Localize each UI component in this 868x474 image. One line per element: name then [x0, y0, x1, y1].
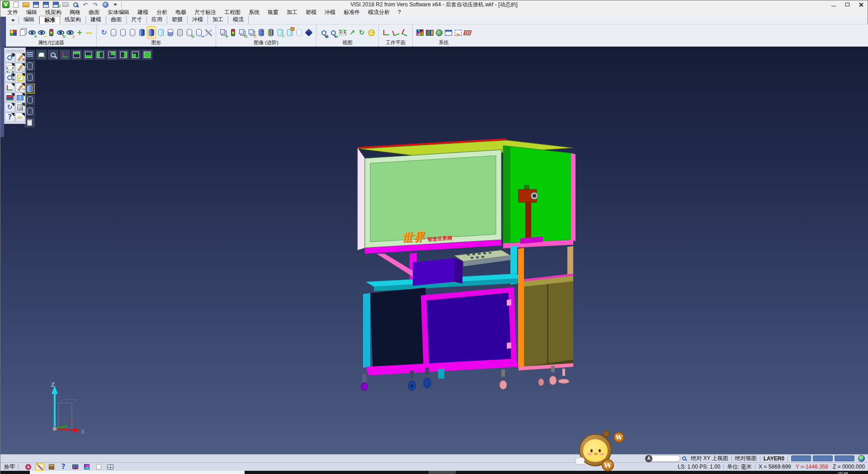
minimize-button[interactable] [827, 0, 840, 9]
system-settings-icon[interactable] [434, 26, 443, 39]
swap-visibility-icon[interactable]: ± [66, 26, 75, 39]
workplane-origin-icon[interactable] [382, 26, 391, 39]
origin-axis-icon[interactable] [59, 49, 71, 60]
workplane-icon[interactable] [5, 83, 15, 92]
menu-item[interactable]: 分析 [152, 9, 171, 16]
preview-icon[interactable] [71, 0, 80, 9]
fit-view-icon[interactable] [36, 49, 47, 60]
solid-preview-icon[interactable] [15, 103, 25, 112]
menu-item[interactable]: ? [394, 9, 405, 16]
redo-icon[interactable]: ↷ [91, 0, 100, 9]
menu-item[interactable]: 加工 [283, 9, 302, 16]
zoom-actual-icon[interactable]: 1:1 [338, 26, 347, 39]
taskbar-button[interactable] [429, 471, 456, 474]
menu-item[interactable]: 标准件 [340, 9, 364, 16]
zoom-extents-icon[interactable]: ↘ [329, 26, 338, 39]
dock-strip[interactable] [0, 47, 4, 137]
recent-icon[interactable] [101, 0, 110, 9]
zoom-window-icon[interactable]: ± [319, 26, 328, 39]
workplane-rotate-icon[interactable] [401, 26, 410, 39]
tab[interactable]: 冲模 [188, 16, 208, 24]
advanced-swap-icon[interactable]: ± [247, 26, 256, 39]
edit-entity-icon[interactable]: ○ [15, 63, 25, 72]
show-all-icon[interactable]: + [75, 26, 84, 39]
shaded-view-icon[interactable] [137, 26, 146, 39]
save-as-icon[interactable] [41, 0, 50, 9]
view-top-icon[interactable] [71, 49, 82, 60]
open-file-icon[interactable] [21, 0, 30, 9]
menu-item[interactable]: 模流分析 [364, 9, 394, 16]
workplane-entity-icon[interactable] [391, 26, 400, 39]
import-box-icon[interactable] [71, 463, 80, 471]
visi-logo-icon[interactable]: V [1, 0, 10, 9]
rotate-view-icon[interactable]: ↻ [357, 26, 366, 39]
menu-item[interactable]: 网格 [66, 9, 85, 16]
menu-item[interactable]: 工程图 [220, 9, 245, 16]
view-bottom-icon[interactable] [83, 49, 94, 60]
grid-toggle-icon[interactable] [106, 463, 115, 471]
selection-filter-icon[interactable] [47, 26, 56, 39]
zoom-dynamic-icon[interactable] [47, 49, 59, 60]
wireframe-view-icon[interactable] [109, 26, 118, 39]
dotted-solid-icon[interactable] [257, 26, 266, 39]
tab[interactable]: 模流 [228, 16, 249, 24]
attributes-icon[interactable] [5, 93, 15, 102]
hide-all-icon[interactable]: — [85, 26, 94, 39]
solid-cube-icon[interactable] [304, 26, 313, 39]
zoom-dynamic-icon[interactable] [5, 53, 15, 62]
menu-item[interactable]: 系统 [245, 9, 264, 16]
menu-item[interactable]: 电极 [171, 9, 190, 16]
new-file-icon[interactable] [11, 0, 20, 9]
profile-icon[interactable] [94, 463, 103, 471]
ucs-cube-icon[interactable] [82, 463, 91, 471]
close-button[interactable] [854, 0, 868, 9]
help-icon[interactable]: ? [5, 113, 15, 122]
hatched-view-icon[interactable] [175, 26, 184, 39]
advanced-add-icon[interactable]: + [219, 26, 228, 39]
hide-entity-icon[interactable]: − [37, 26, 46, 39]
keyboard-grid-icon[interactable] [463, 26, 472, 39]
menu-item[interactable]: 视窗 [264, 9, 283, 16]
undo-icon[interactable]: ↶ [81, 0, 90, 9]
refresh-visibility-icon[interactable]: ↻ [56, 26, 65, 39]
layer-indicator[interactable]: LAYER0 [764, 455, 784, 462]
view-left-icon[interactable] [94, 49, 106, 60]
spline-edit-icon[interactable]: ~ [15, 83, 25, 92]
view-back-icon[interactable] [106, 49, 118, 60]
verified-solid-icon[interactable]: ✓ [276, 26, 285, 39]
hidden-line-view-icon[interactable] [118, 26, 127, 39]
selection-settings-icon[interactable] [453, 26, 462, 39]
snap-lock-toggle[interactable]: 拴牢 [4, 463, 15, 471]
translucent-view-icon[interactable] [156, 26, 165, 39]
tab[interactable]: 线架构 [60, 16, 86, 24]
half-shaded-view-icon[interactable] [166, 26, 175, 39]
layers-window-icon[interactable] [15, 93, 25, 102]
tab[interactable]: 加工 [208, 16, 228, 24]
save-sync-icon[interactable]: ↻ [51, 0, 60, 9]
menu-item[interactable]: 冲模 [321, 9, 340, 16]
fit-window-icon[interactable] [5, 63, 15, 72]
show-entity-icon[interactable]: + [28, 26, 37, 39]
search-icon[interactable] [682, 456, 686, 460]
tab[interactable]: 尺寸 [127, 16, 147, 24]
zoom-window-icon[interactable]: + [5, 73, 15, 82]
menu-item[interactable]: 文件 [3, 9, 22, 16]
context-help-icon[interactable]: ? [59, 463, 68, 471]
taskbar-window[interactable] [30, 471, 245, 474]
dashed-view-icon[interactable] [128, 26, 137, 39]
view-iso-icon[interactable] [142, 49, 153, 60]
color-table-icon[interactable] [415, 26, 425, 39]
display-settings-icon[interactable] [425, 26, 434, 39]
menu-item[interactable]: 尺寸标注 [190, 9, 220, 16]
snap-lock-icon[interactable] [24, 463, 33, 471]
taskbar-strip[interactable]: 10:48 [0, 471, 868, 474]
striped-solid-icon[interactable] [266, 26, 275, 39]
shaded-edges-view-icon[interactable] [147, 26, 156, 39]
status-search-input[interactable] [649, 455, 680, 462]
tab-dropdown-icon[interactable] [9, 17, 17, 24]
redraw-icon[interactable]: ↻ [99, 26, 108, 39]
shade-mode-icon[interactable] [367, 26, 376, 39]
menu-item[interactable]: 实体编辑 [104, 9, 133, 16]
menu-item[interactable]: 编辑 [22, 9, 41, 16]
menu-item[interactable]: 建模 [133, 9, 152, 16]
